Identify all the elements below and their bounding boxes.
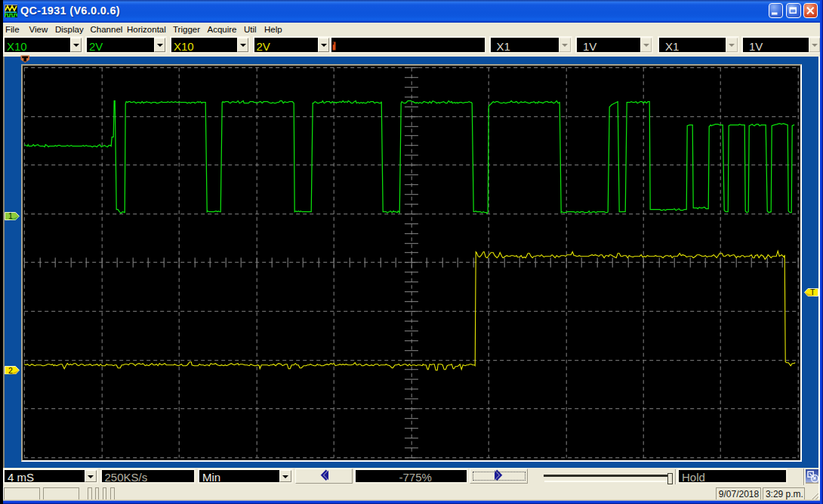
svg-text:T: T xyxy=(810,288,815,297)
svg-text:1: 1 xyxy=(8,212,13,220)
svg-text:2: 2 xyxy=(8,366,13,375)
